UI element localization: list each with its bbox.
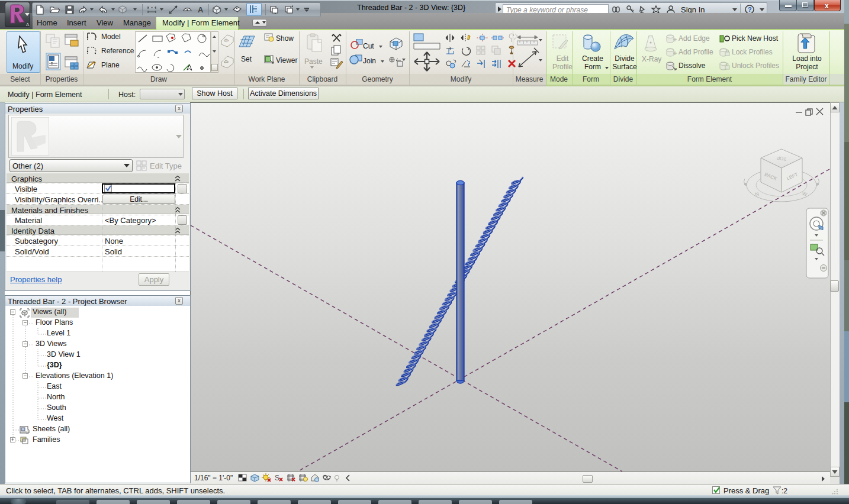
svg-text:Plane: Plane xyxy=(101,61,120,69)
svg-text:Reference: Reference xyxy=(101,47,134,55)
svg-text:S: S xyxy=(275,474,279,482)
svg-text:Model: Model xyxy=(101,33,121,41)
svg-text:N: N xyxy=(754,190,760,197)
svg-text:A: A xyxy=(198,5,204,14)
svg-text:?: ? xyxy=(748,6,752,13)
